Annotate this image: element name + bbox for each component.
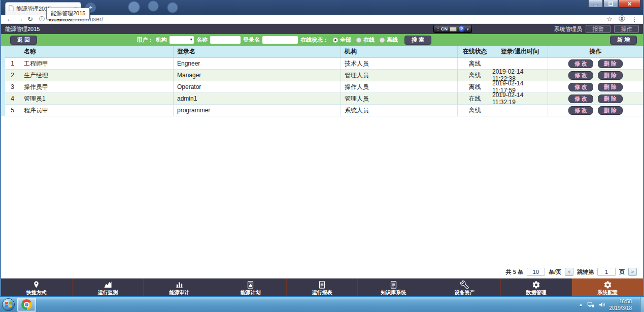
nav-item-plan[interactable]: 能源计划: [215, 278, 286, 296]
edit-button[interactable]: 修 改: [568, 71, 593, 80]
cell-org: 技术人员: [341, 58, 458, 69]
edit-button[interactable]: 修 改: [568, 95, 593, 103]
filter-toolbar: 返 回 用户： 机构 ▼ 名称 登录名 在线状态： 全部 在线 离线 搜 索 新…: [1, 34, 643, 46]
page-info-icon[interactable]: ⓘ: [39, 15, 45, 23]
jump-prefix-label: 跳转第: [577, 268, 594, 276]
window-controls: [588, 0, 640, 8]
cell-name: 程序员甲: [20, 105, 174, 116]
radio-all[interactable]: 全部: [333, 36, 351, 44]
wrench-icon: [460, 280, 469, 289]
operation-button[interactable]: 操作: [614, 25, 639, 33]
delete-button[interactable]: 删 除: [598, 95, 623, 103]
filters: 用户： 机构 ▼ 名称 登录名 在线状态： 全部 在线 离线 搜 索: [137, 36, 431, 45]
pagination: 共 5 条 条/页 √ 跳转第 页 >: [1, 267, 643, 277]
radio-online-label: 在线: [363, 36, 375, 44]
next-page-button[interactable]: >: [628, 268, 637, 276]
radio-online[interactable]: 在线: [356, 36, 375, 44]
page-number-input[interactable]: [597, 268, 616, 276]
cell-name: 工程师甲: [20, 58, 174, 69]
search-button[interactable]: 搜 索: [404, 36, 431, 45]
cell-ops: 修 改 删 除: [548, 81, 643, 92]
reload-icon[interactable]: ↻: [27, 16, 33, 22]
cell-status: 在线: [458, 93, 492, 104]
document-lines-icon: [318, 280, 326, 289]
per-page-label: 条/页: [549, 268, 561, 276]
edit-button[interactable]: 修 改: [568, 106, 593, 115]
tray-expand-icon[interactable]: ▲: [579, 302, 583, 307]
ime-language-label[interactable]: CN: [441, 26, 448, 32]
keyboard-icon[interactable]: [450, 27, 457, 32]
name-label: 名称: [196, 36, 208, 44]
show-desktop-button[interactable]: [640, 297, 644, 312]
radio-all-label: 全部: [340, 36, 351, 44]
nav-item-reports[interactable]: 运行报表: [286, 278, 358, 296]
cell-name: 操作员甲: [20, 81, 174, 92]
ime-grip-handle[interactable]: [436, 26, 439, 32]
org-select[interactable]: ▼: [170, 36, 194, 44]
nav-item-data[interactable]: 数据管理: [500, 278, 572, 296]
nav-item-monitoring[interactable]: 运行监测: [72, 278, 144, 296]
delete-button[interactable]: 删 除: [598, 71, 623, 80]
bar-chart-icon: [175, 280, 184, 289]
page-size-apply-button[interactable]: √: [565, 268, 573, 276]
forward-icon[interactable]: →: [17, 16, 23, 22]
cell-org: 管理人员: [341, 93, 458, 104]
network-icon[interactable]: [587, 301, 594, 308]
cell-status: 离线: [458, 105, 492, 116]
bookmark-star-icon[interactable]: ☆: [606, 16, 613, 22]
system-tray: ▲ 16:58 2019/3/18: [579, 297, 644, 312]
profile-icon[interactable]: [619, 15, 625, 23]
nav-item-shortcuts[interactable]: 快捷方式: [1, 278, 72, 296]
name-input[interactable]: [210, 36, 241, 44]
back-icon[interactable]: ←: [6, 16, 13, 22]
delete-button[interactable]: 删 除: [598, 106, 623, 115]
ime-help-icon[interactable]: ?: [459, 26, 465, 32]
area-chart-icon: [103, 280, 113, 289]
alarm-button[interactable]: 报警: [586, 25, 611, 33]
radio-offline-control[interactable]: [380, 38, 385, 43]
taskbar-date: 2019/3/18: [609, 305, 632, 311]
taskbar-chrome-button[interactable]: [17, 298, 36, 312]
window-minimize-button[interactable]: [588, 0, 603, 8]
document-chart-icon: [246, 280, 255, 289]
delete-button[interactable]: 删 除: [598, 59, 623, 68]
nav-item-assets[interactable]: 设备资产: [429, 278, 500, 296]
row-number: 4: [5, 93, 20, 104]
login-input[interactable]: [262, 36, 298, 44]
nav-label: 运行监测: [98, 290, 118, 295]
window-maximize-button[interactable]: [603, 0, 618, 8]
nav-item-system-config[interactable]: 系统配置: [571, 278, 643, 296]
nav-item-knowledge[interactable]: 知识库系统: [357, 278, 429, 296]
back-button[interactable]: 返 回: [10, 36, 37, 45]
nav-item-audit[interactable]: 能源审计: [143, 278, 215, 296]
cell-ops: 修 改 删 除: [548, 93, 643, 104]
delete-button[interactable]: 删 除: [598, 83, 623, 91]
cell-time: 2019-02-14 11:32:19: [492, 93, 548, 104]
ime-options-icon[interactable]: ▾: [467, 27, 469, 31]
speaker-icon[interactable]: [598, 301, 605, 308]
browser-tab-strip: 能源管理2015 × + 能源管理2015: [1, 0, 643, 15]
start-button[interactable]: [2, 298, 15, 311]
address-bar-actions: ☆ ⋮: [606, 15, 638, 23]
radio-all-control[interactable]: [333, 38, 338, 43]
edit-button[interactable]: 修 改: [568, 83, 593, 91]
cell-status: 离线: [458, 58, 492, 69]
header-name: 名称: [20, 46, 174, 57]
radio-online-control[interactable]: [356, 38, 361, 43]
taskbar-clock[interactable]: 16:58 2019/3/18: [609, 298, 632, 311]
ime-language-bar[interactable]: CN ? ▾: [433, 25, 472, 33]
page-size-input[interactable]: [527, 268, 545, 276]
table-header-row: 名称 登录名 机构 在线状态 登录/退出时间 操作: [5, 46, 643, 58]
gear-icon: [603, 280, 612, 289]
app-title: 能源管理2015: [5, 25, 40, 33]
location-pin-icon: [32, 280, 41, 289]
browser-menu-icon[interactable]: ⋮: [631, 16, 638, 22]
radio-offline[interactable]: 离线: [380, 36, 398, 44]
row-number: 5: [5, 105, 20, 116]
edit-button[interactable]: 修 改: [568, 59, 593, 68]
nav-label: 快捷方式: [26, 290, 47, 295]
users-table: 名称 登录名 机构 在线状态 登录/退出时间 操作 1 工程师甲 Engneer…: [1, 46, 643, 116]
cell-ops: 修 改 删 除: [548, 58, 643, 69]
window-close-button[interactable]: [619, 0, 640, 8]
add-button[interactable]: 新 增: [610, 36, 637, 45]
